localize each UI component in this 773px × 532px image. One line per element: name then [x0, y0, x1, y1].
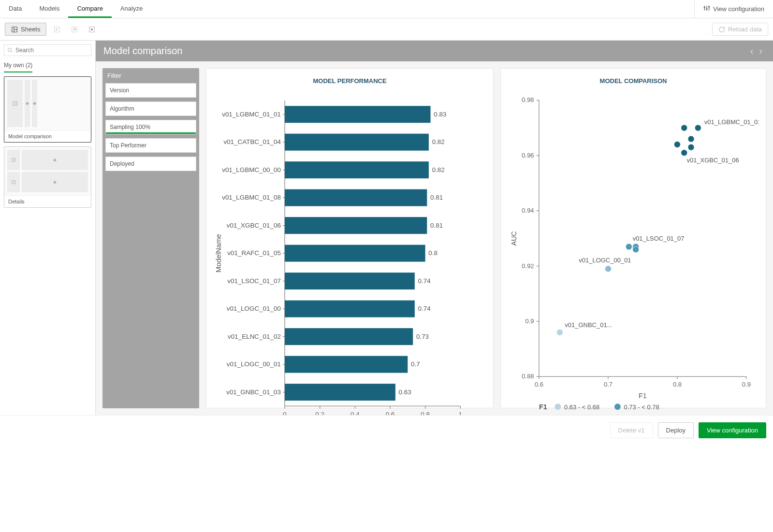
- svg-point-107: [681, 150, 687, 156]
- nav-icon: [7, 172, 20, 192]
- svg-text:v01_LSOC_01_07: v01_LSOC_01_07: [633, 235, 685, 242]
- expand-button[interactable]: [68, 23, 81, 36]
- model-comparison-panel: MODEL COMPARISON 0.60.70.80.90.880.90.92…: [500, 68, 766, 408]
- svg-rect-58: [285, 273, 415, 289]
- tab-models[interactable]: Models: [30, 0, 68, 18]
- svg-text:0.98: 0.98: [522, 96, 534, 103]
- tab-data[interactable]: Data: [0, 0, 30, 18]
- svg-point-112: [633, 246, 639, 253]
- svg-text:0.73 - < 0.78: 0.73 - < 0.78: [624, 403, 659, 411]
- svg-text:AUC: AUC: [510, 231, 518, 245]
- undo-button[interactable]: [50, 23, 64, 36]
- reload-icon: [718, 26, 725, 33]
- svg-point-105: [688, 144, 694, 150]
- svg-text:v01_LOGC_00_01: v01_LOGC_00_01: [579, 257, 631, 264]
- svg-rect-74: [285, 384, 395, 401]
- svg-rect-34: [285, 106, 431, 123]
- svg-point-106: [681, 125, 687, 131]
- svg-rect-9: [55, 27, 60, 32]
- svg-text:v01_XGBC_01_06: v01_XGBC_01_06: [687, 157, 739, 164]
- svg-text:0.8: 0.8: [673, 381, 682, 388]
- svg-rect-50: [285, 217, 427, 234]
- sheets-button[interactable]: Sheets: [5, 23, 46, 36]
- view-config-link[interactable]: View configuration: [695, 0, 773, 18]
- svg-point-119: [555, 403, 561, 410]
- search-input-wrap[interactable]: [4, 44, 91, 56]
- svg-text:0.92: 0.92: [522, 262, 534, 270]
- sheet-card-details[interactable]: ✦ ✦ Details: [4, 146, 91, 208]
- svg-rect-16: [12, 158, 15, 162]
- tab-analyze[interactable]: Analyze: [112, 0, 151, 18]
- filter-deployed[interactable]: Deployed: [105, 157, 196, 171]
- svg-text:0.88: 0.88: [522, 373, 534, 380]
- svg-text:v01_GNBC_01...: v01_GNBC_01...: [565, 321, 612, 329]
- svg-text:0.4: 0.4: [350, 411, 360, 415]
- content-area: Model comparison ‹ › Filter VersionAlgor…: [96, 41, 773, 415]
- nav-icon: [7, 80, 23, 127]
- svg-text:ModelName: ModelName: [215, 234, 222, 273]
- top-tabs: DataModelsCompareAnalyze View configurat…: [0, 0, 773, 18]
- svg-text:v01_ELNC_01_02: v01_ELNC_01_02: [228, 333, 281, 340]
- svg-text:0.9: 0.9: [742, 381, 751, 388]
- svg-text:0.94: 0.94: [522, 207, 534, 214]
- filter-top-performer[interactable]: Top Performer: [105, 138, 196, 153]
- svg-text:0.9: 0.9: [525, 317, 534, 325]
- filter-version[interactable]: Version: [105, 83, 196, 98]
- my-own-tab[interactable]: My own (2): [4, 60, 32, 72]
- svg-point-113: [626, 244, 632, 250]
- lasso-button[interactable]: [85, 23, 99, 36]
- svg-rect-46: [285, 189, 427, 206]
- svg-point-102: [695, 125, 701, 131]
- puzzle-icon: ✦: [22, 172, 88, 192]
- sidebar: My own (2) ✦ ✦ Model comparison ✦: [0, 41, 96, 415]
- svg-text:0.63 - < 0.68: 0.63 - < 0.68: [564, 403, 599, 411]
- svg-text:v01_LGBMC_01_01: v01_LGBMC_01_01: [704, 118, 759, 126]
- next-sheet-button[interactable]: ›: [756, 45, 765, 57]
- svg-text:0.7: 0.7: [604, 381, 613, 388]
- svg-text:0.78 - < 0.83: 0.78 - < 0.83: [624, 415, 659, 415]
- svg-point-5: [709, 6, 710, 7]
- svg-text:v01_GNBC_01_03: v01_GNBC_01_03: [226, 388, 281, 396]
- svg-text:v01_LGBMC_01_08: v01_LGBMC_01_08: [222, 194, 281, 201]
- deploy-button[interactable]: Deploy: [658, 422, 694, 438]
- view-configuration-button[interactable]: View configuration: [699, 422, 766, 438]
- svg-text:0.74: 0.74: [418, 305, 431, 312]
- svg-text:v01_LGBMC_01_01: v01_LGBMC_01_01: [222, 111, 281, 118]
- svg-text:0.6: 0.6: [535, 381, 543, 388]
- svg-rect-54: [285, 245, 425, 262]
- model-performance-panel: MODEL PERFORMANCE 00.20.40.60.81F1ModelN…: [206, 68, 494, 408]
- sheet-card-model-comparison[interactable]: ✦ ✦ Model comparison: [4, 76, 91, 143]
- chart-title: MODEL PERFORMANCE: [213, 77, 486, 85]
- search-icon: [7, 47, 13, 53]
- svg-point-3: [704, 7, 705, 8]
- svg-text:1: 1: [459, 411, 462, 415]
- svg-rect-62: [285, 301, 415, 317]
- delete-button: Delete v1: [610, 422, 653, 438]
- svg-rect-38: [285, 134, 429, 151]
- filter-sampling-100-[interactable]: Sampling 100%: [105, 120, 196, 134]
- svg-text:0.6: 0.6: [386, 411, 395, 415]
- svg-text:0.68 - < 0.73: 0.68 - < 0.73: [564, 415, 599, 415]
- filter-algorithm[interactable]: Algorithm: [105, 101, 196, 116]
- svg-text:0.81: 0.81: [430, 194, 443, 201]
- tab-compare[interactable]: Compare: [68, 0, 111, 18]
- prev-sheet-button[interactable]: ‹: [747, 45, 757, 57]
- search-input[interactable]: [15, 47, 88, 54]
- scatter-chart[interactable]: 0.60.70.80.90.880.90.920.940.960.98F1AUC…: [508, 93, 759, 415]
- nav-icon: [7, 150, 20, 170]
- svg-point-104: [688, 136, 694, 142]
- svg-point-13: [8, 48, 12, 52]
- svg-point-4: [706, 9, 707, 10]
- svg-text:0.7: 0.7: [411, 360, 420, 368]
- svg-rect-17: [12, 181, 15, 184]
- page-title-bar: Model comparison ‹ ›: [96, 41, 773, 61]
- sheet-label: Model comparison: [4, 130, 91, 142]
- svg-point-123: [614, 403, 621, 410]
- svg-text:0.96: 0.96: [522, 152, 534, 159]
- sheets-icon: [11, 26, 18, 33]
- svg-line-14: [11, 51, 13, 53]
- svg-text:v01_RAFC_01_05: v01_RAFC_01_05: [227, 249, 281, 257]
- bar-chart[interactable]: 00.20.40.60.81F1ModelNamev01_LGBMC_01_01…: [213, 93, 486, 415]
- svg-rect-15: [13, 101, 17, 105]
- chart-title: MODEL COMPARISON: [508, 77, 759, 85]
